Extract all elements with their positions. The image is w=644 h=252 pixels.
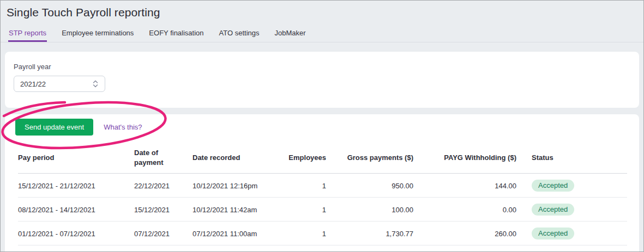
cell-date-of-payment: 15/12/2021 (134, 198, 192, 222)
cell-status: Accepted (521, 245, 627, 252)
tab-stp-reports[interactable]: STP reports (8, 27, 47, 42)
cell-gross-payments: 100.00 (330, 198, 418, 222)
status-badge: Accepted (532, 228, 574, 239)
col-employees: Employees (280, 142, 330, 174)
cell-date-of-payment: 07/12/2021 (134, 222, 192, 245)
stp-reports-table: Pay period Date of payment Date recorded… (18, 142, 627, 252)
cell-payg-withholding: 144.00 (418, 245, 521, 252)
col-date-of-payment: Date of payment (134, 142, 192, 174)
whats-this-link[interactable]: What's this? (104, 123, 142, 131)
table-header: Pay period Date of payment Date recorded… (18, 142, 627, 174)
table-body: 15/12/2021 - 21/12/2021 22/12/2021 10/12… (18, 174, 627, 252)
table-row: 08/12/2021 - 14/12/2021 15/12/2021 10/12… (18, 198, 627, 222)
cell-date-recorded: 17/11/2021 3:35pm (192, 245, 280, 252)
cell-payg-withholding: 144.00 (418, 174, 521, 198)
cell-employees: 1 (280, 198, 330, 222)
chevron-updown-icon (92, 79, 99, 88)
payroll-year-label: Payroll year (14, 63, 630, 71)
cell-pay-period: 15/12/2021 - 21/12/2021 (18, 174, 134, 198)
cell-pay-period: 08/12/2021 - 14/12/2021 (18, 198, 134, 222)
col-payg-withholding: PAYG Withholding ($) (418, 142, 521, 174)
report-toolbar: Send update event What's this? (5, 119, 639, 136)
cell-employees: 1 (280, 245, 330, 252)
col-date-recorded: Date recorded (192, 142, 280, 174)
table-row: 15/12/2021 - 21/12/2021 22/12/2021 10/12… (18, 174, 627, 198)
tab-ato-settings[interactable]: ATO settings (219, 27, 260, 42)
col-gross-payments: Gross payments ($) (330, 142, 418, 174)
col-pay-period: Pay period (18, 142, 134, 174)
status-badge: Accepted (532, 204, 574, 216)
tab-jobmaker[interactable]: JobMaker (274, 27, 306, 42)
cell-date-recorded: 07/12/2021 11:00am (192, 222, 280, 245)
cell-status: Accepted (521, 198, 627, 222)
send-update-event-button[interactable]: Send update event (15, 119, 93, 136)
cell-payg-withholding: 0.00 (418, 198, 521, 222)
payroll-year-value: 2021/22 (20, 80, 46, 88)
cell-pay-period: 01/12/2021 - 07/12/2021 (18, 222, 134, 245)
stp-reports-card: Send update event What's this? Pay perio… (5, 114, 639, 252)
table-row: 11/11/2021 - 17/11/2021 17/11/2021 17/11… (18, 245, 627, 252)
status-badge: Accepted (532, 180, 574, 192)
payroll-year-select[interactable]: 2021/22 (14, 76, 105, 92)
cell-date-recorded: 10/12/2021 12:16pm (192, 174, 280, 198)
table-row: 01/12/2021 - 07/12/2021 07/12/2021 07/12… (18, 222, 627, 245)
cell-gross-payments: 1,730.77 (330, 222, 418, 245)
payroll-year-card: Payroll year 2021/22 (5, 52, 639, 108)
cell-status: Accepted (521, 222, 627, 245)
cell-gross-payments: 950.00 (330, 245, 418, 252)
cell-date-recorded: 10/12/2021 11:42am (192, 198, 280, 222)
cell-employees: 1 (280, 222, 330, 245)
cell-date-of-payment: 17/11/2021 (134, 245, 192, 252)
tab-bar: STP reports Employee terminations EOFY f… (1, 27, 643, 42)
col-status: Status (521, 142, 627, 174)
page-title: Single Touch Payroll reporting (1, 1, 643, 19)
cell-pay-period: 11/11/2021 - 17/11/2021 (18, 245, 134, 252)
tab-eofy-finalisation[interactable]: EOFY finalisation (148, 27, 204, 42)
cell-status: Accepted (521, 174, 627, 198)
cell-employees: 1 (280, 174, 330, 198)
stp-reporting-page: { "page": { "title": "Single Touch Payro… (0, 0, 644, 252)
cell-date-of-payment: 22/12/2021 (134, 174, 192, 198)
tab-employee-terminations[interactable]: Employee terminations (61, 27, 134, 42)
cell-gross-payments: 950.00 (330, 174, 418, 198)
cell-payg-withholding: 260.00 (418, 222, 521, 245)
